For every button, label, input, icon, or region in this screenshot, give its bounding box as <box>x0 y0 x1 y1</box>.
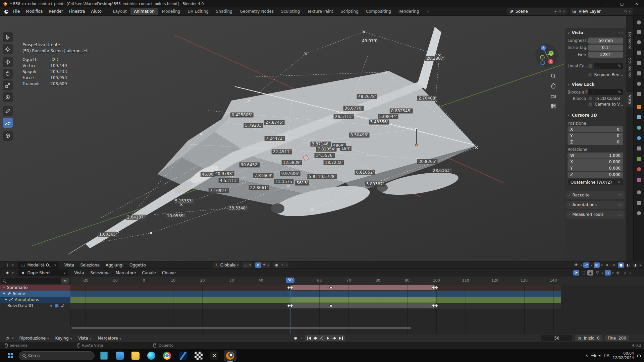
world-icon[interactable] <box>637 82 641 86</box>
playback-menu-item[interactable]: Keying ∨ <box>52 335 75 342</box>
sidebar-tab-vista[interactable]: Vista <box>626 92 633 107</box>
timeline-ruler[interactable]: -20-100102030406070809010011012013014050 <box>70 277 644 285</box>
rotation-axis-field[interactable]: X 0.000 <box>568 159 623 165</box>
maximize-button[interactable]: ▢ <box>614 0 629 7</box>
gizmos-toggle-icon[interactable]: ↗ <box>583 262 589 268</box>
unlink-scene-icon[interactable]: ✕ <box>563 10 566 13</box>
collection-icon[interactable] <box>637 92 641 96</box>
taskbar-app-button[interactable] <box>98 350 110 361</box>
object-icon[interactable] <box>637 105 641 109</box>
prev-keyframe-button[interactable] <box>313 336 318 341</box>
taskbar-app-button[interactable] <box>176 350 189 361</box>
unlock-icon[interactable] <box>61 304 64 308</box>
position-axis-field[interactable]: Z 0' <box>568 139 623 145</box>
sidebar-tab-elemento[interactable]: Elemento <box>626 29 633 52</box>
workspace-tab[interactable]: Shading <box>212 8 236 15</box>
rotation-axis-field[interactable]: Y 0.000 <box>568 165 623 171</box>
filter-icon[interactable]: ▽ <box>594 270 600 276</box>
expand-triangle-icon[interactable] <box>5 299 7 301</box>
sidebar-tab-strumento[interactable]: Strumento <box>626 55 633 80</box>
close-button[interactable]: ✕ <box>629 0 644 7</box>
mute-checkbox[interactable]: ✓ <box>55 304 59 308</box>
scene-icon[interactable] <box>637 71 641 75</box>
viewport-menu-item[interactable]: Oggetto <box>126 262 149 268</box>
workspace-tab[interactable]: Modeling <box>158 8 184 15</box>
workspace-tab[interactable]: Geometry Nodes <box>236 8 277 15</box>
current-frame-badge[interactable]: 50 <box>286 278 294 283</box>
render-region-checkbox[interactable] <box>588 73 592 77</box>
material-icon[interactable] <box>637 167 641 171</box>
fcurve-icon[interactable]: ∨ <box>50 303 53 308</box>
network-icon[interactable] <box>591 354 595 357</box>
constraints-icon[interactable] <box>637 146 641 150</box>
to-3d-cursor-checkbox[interactable] <box>588 97 592 101</box>
frame-range-start[interactable]: ◷ Inizio 0 <box>575 335 602 341</box>
panel-viewlock-header[interactable]: ∨ View Lock <box>565 80 626 88</box>
dopesheet-menu-item[interactable]: Chiave <box>159 269 179 276</box>
workspace-tab[interactable]: Compositing <box>362 8 395 15</box>
menu-item[interactable]: Modifica <box>23 8 46 15</box>
transform-orientation-dropdown[interactable]: ⟂ Globale ∨ <box>213 262 239 268</box>
current-frame-line[interactable] <box>290 285 290 334</box>
language-indicator[interactable]: ITA <box>604 353 609 358</box>
warning-icon[interactable]: ▲ <box>587 270 593 276</box>
proportional-edit-icon[interactable]: ◉ <box>273 262 279 268</box>
pivot-point-dropdown[interactable]: ◌ ∨ <box>242 262 252 268</box>
eyedropper-icon[interactable]: ✎ <box>618 90 621 95</box>
render-icon[interactable] <box>637 40 641 44</box>
menu-item[interactable]: Aiuto <box>88 8 105 15</box>
invert-filter-button[interactable]: ↔ <box>61 278 69 284</box>
camera-to-view-checkbox[interactable] <box>588 102 592 106</box>
modifiers-icon[interactable] <box>637 115 641 119</box>
remove-layer-icon[interactable]: ✕ <box>629 10 631 13</box>
hidden-icons-chevron[interactable]: ∧ <box>585 353 588 358</box>
volume-icon[interactable] <box>598 354 600 357</box>
start-button[interactable] <box>5 351 16 361</box>
viewlayer-icon[interactable] <box>637 61 641 65</box>
horizontal-scrollbar[interactable] <box>71 327 411 329</box>
viewport-menu-item[interactable]: Aggiungi <box>103 262 126 268</box>
local-camera-checkbox[interactable] <box>588 64 592 68</box>
minimize-button[interactable]: – <box>600 0 614 7</box>
shading-material-icon[interactable]: ◐ <box>625 262 631 268</box>
workspace-tab[interactable]: Layout <box>109 8 130 15</box>
dopesheet-menu-item[interactable]: Vista <box>71 269 88 276</box>
select-cursor-icon[interactable]: ➤ <box>573 270 579 276</box>
tool-icon[interactable] <box>637 30 641 34</box>
blender-logo-icon[interactable] <box>3 9 9 14</box>
rotation-mode-dropdown[interactable]: Quaternione (WXYZ) ∨ <box>568 179 623 185</box>
texture-icon[interactable] <box>637 178 641 182</box>
proportional-edit-icon[interactable]: ◉ <box>615 270 621 276</box>
menu-item[interactable]: Render <box>46 8 66 15</box>
xray-toggle-icon[interactable]: ⧈ <box>604 262 610 268</box>
menu-item[interactable]: File <box>10 8 23 15</box>
play-reverse-button[interactable] <box>319 336 325 341</box>
misc-icon-2[interactable] <box>637 201 641 205</box>
magnet-icon[interactable]: ∩ <box>255 262 261 268</box>
playback-menu-item[interactable]: Vista ∨ <box>75 335 95 342</box>
overlays-toggle-icon[interactable]: ◎ <box>594 262 600 268</box>
workspace-tab[interactable]: Scripting <box>337 8 362 15</box>
workspace-tab[interactable]: + <box>423 8 433 15</box>
playback-menu-item[interactable]: Riproduzione ∨ <box>16 335 52 342</box>
shading-solid-icon[interactable]: ● <box>618 262 624 268</box>
position-axis-field[interactable]: X 0' <box>568 126 623 132</box>
notification-bell-icon[interactable] <box>637 354 641 357</box>
snap-target-icon[interactable]: ✛ <box>261 262 267 268</box>
clock[interactable]: 00:04 12/02/2024 <box>613 351 634 360</box>
new-layer-icon[interactable]: ⧉ <box>624 9 627 13</box>
workspace-tab[interactable]: Animation <box>130 8 158 15</box>
particles-icon[interactable] <box>637 126 641 130</box>
focal-length-field[interactable]: 50 mm <box>588 38 623 44</box>
output-icon[interactable] <box>637 51 641 55</box>
collapsed-panel[interactable]: › Annotations :::: <box>566 201 625 209</box>
autokey-record-icon[interactable]: ● <box>292 336 299 341</box>
menu-item[interactable]: Finestra <box>66 8 88 15</box>
collapsed-panel[interactable]: › Raccolte :::: <box>566 191 625 199</box>
jump-to-start-button[interactable] <box>306 336 312 341</box>
dopesheet-menu-item[interactable]: Canale <box>139 269 159 276</box>
snap-icon[interactable]: ∩ <box>605 270 611 276</box>
panel-vista-header[interactable]: ∨ Vista :::: <box>565 28 626 37</box>
misc-icon-3[interactable] <box>637 211 641 215</box>
taskbar-app-button[interactable] <box>145 350 158 361</box>
